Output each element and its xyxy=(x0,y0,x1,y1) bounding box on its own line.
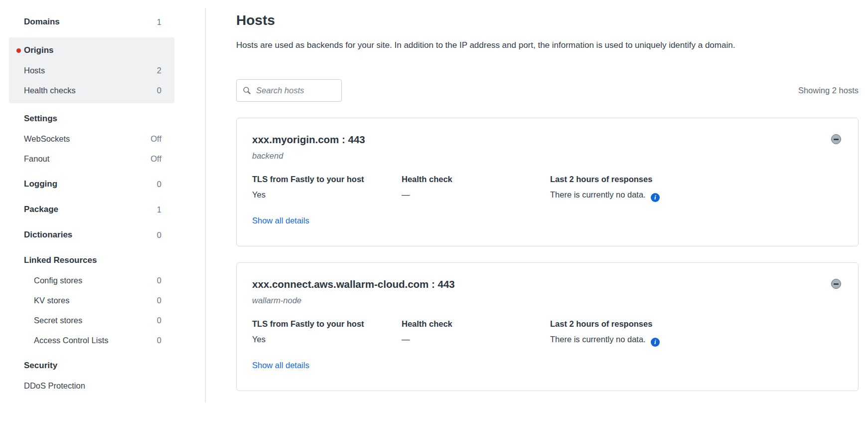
hosts-toolbar: Showing 2 hosts xyxy=(236,79,859,102)
sidebar-item-count: 2 xyxy=(157,66,161,75)
sidebar-item-label: Dictionaries xyxy=(24,230,157,240)
sidebar-item-label: Package xyxy=(24,205,157,214)
host-detail-columns: TLS from Fastly to your host Yes Health … xyxy=(252,174,843,202)
responses-column: Last 2 hours of responses There is curre… xyxy=(550,174,843,202)
sidebar-heading-linked-resources: Linked Resources xyxy=(9,250,174,270)
showing-hosts-count: Showing 2 hosts xyxy=(798,86,859,95)
tls-value: Yes xyxy=(252,190,402,200)
sidebar-item-label: Secret stores xyxy=(34,316,157,325)
sidebar-item-label: Domains xyxy=(24,17,157,27)
tls-value: Yes xyxy=(252,334,402,345)
responses-value: There is currently no data. xyxy=(550,190,843,202)
sidebar-item-label: WebSockets xyxy=(24,134,150,144)
sidebar-item-count: 0 xyxy=(157,296,161,305)
host-detail-columns: TLS from Fastly to your host Yes Health … xyxy=(252,319,843,347)
host-name: wallarm-node xyxy=(252,295,843,306)
tls-column: TLS from Fastly to your host Yes xyxy=(252,174,402,202)
sidebar-item-count: 1 xyxy=(157,205,161,214)
responses-label: Last 2 hours of responses xyxy=(550,319,843,329)
sidebar-active-group-origins: Origins Hosts 2 Health checks 0 xyxy=(9,37,174,103)
sidebar-item-count: 0 xyxy=(157,316,161,325)
sidebar-item-hosts[interactable]: Hosts 2 xyxy=(9,60,174,80)
active-page-dot-icon xyxy=(16,48,21,53)
sidebar-item-label: Fanout xyxy=(24,154,150,164)
sidebar-item-package[interactable]: Package 1 xyxy=(9,200,174,219)
show-all-details-link[interactable]: Show all details xyxy=(252,361,309,370)
sidebar-item-label: DDoS Protection xyxy=(24,381,161,391)
sidebar-item-count: 0 xyxy=(157,336,161,345)
service-configuration-page: Domains 1 Origins Hosts 2 Health checks … xyxy=(0,0,868,423)
sidebar-item-kv-stores[interactable]: KV stores 0 xyxy=(9,290,174,310)
sidebar-item-access-control-lists[interactable]: Access Control Lists 0 xyxy=(9,330,174,350)
tls-label: TLS from Fastly to your host xyxy=(252,174,402,185)
host-address: xxx.connect.aws.wallarm-cloud.com : 443 xyxy=(252,278,843,291)
sidebar-divider xyxy=(205,8,206,402)
health-check-column: Health check — xyxy=(402,174,550,202)
tls-label: TLS from Fastly to your host xyxy=(252,319,402,329)
health-check-column: Health check — xyxy=(402,319,550,347)
sidebar-item-label: Health checks xyxy=(24,86,157,95)
page-title: Hosts xyxy=(236,12,859,29)
sidebar-heading-security: Security xyxy=(9,356,174,376)
health-check-label: Health check xyxy=(402,319,550,329)
sidebar-item-label: Config stores xyxy=(34,276,157,285)
collapse-host-button[interactable] xyxy=(831,279,841,289)
sidebar-item-count: 1 xyxy=(157,17,161,27)
health-check-label: Health check xyxy=(402,174,550,185)
sidebar-item-count: 0 xyxy=(157,86,161,95)
sidebar-item-label: Linked Resources xyxy=(24,255,161,265)
sidebar: Domains 1 Origins Hosts 2 Health checks … xyxy=(0,0,205,423)
health-check-value: — xyxy=(402,190,550,200)
sidebar-heading-settings: Settings xyxy=(9,109,174,129)
sidebar-item-fanout[interactable]: Fanout Off xyxy=(9,149,174,169)
hosts-panel: Hosts Hosts are used as backends for you… xyxy=(236,0,859,391)
sidebar-item-label: KV stores xyxy=(34,296,157,305)
minus-icon xyxy=(834,139,839,140)
page-description: Hosts are used as backends for your site… xyxy=(236,38,762,52)
responses-label: Last 2 hours of responses xyxy=(550,174,843,185)
responses-text: There is currently no data. xyxy=(550,335,646,344)
sidebar-item-ddos-protection[interactable]: DDoS Protection xyxy=(9,376,174,396)
tls-column: TLS from Fastly to your host Yes xyxy=(252,319,402,347)
search-hosts-input[interactable] xyxy=(256,86,335,95)
sidebar-item-count: 0 xyxy=(157,230,161,240)
sidebar-item-health-checks[interactable]: Health checks 0 xyxy=(9,80,174,100)
sidebar-item-count: 0 xyxy=(157,180,161,189)
sidebar-item-label: Settings xyxy=(24,114,161,124)
sidebar-item-count: 0 xyxy=(157,276,161,285)
sidebar-item-label: Access Control Lists xyxy=(34,336,157,345)
minus-icon xyxy=(834,283,839,285)
search-box xyxy=(236,79,342,102)
sidebar-item-label: Security xyxy=(24,361,161,371)
sidebar-item-dictionaries[interactable]: Dictionaries 0 xyxy=(9,225,174,245)
responses-text: There is currently no data. xyxy=(550,190,646,199)
sidebar-item-logging[interactable]: Logging 0 xyxy=(9,174,174,194)
sidebar-item-label: Hosts xyxy=(24,66,157,75)
sidebar-item-domains[interactable]: Domains 1 xyxy=(9,12,174,32)
health-check-value: — xyxy=(402,334,550,345)
info-icon[interactable] xyxy=(651,193,660,202)
host-card-list: xxx.myorigin.com : 443 backend TLS from … xyxy=(236,118,859,391)
responses-column: Last 2 hours of responses There is curre… xyxy=(550,319,843,347)
sidebar-item-websockets[interactable]: WebSockets Off xyxy=(9,129,174,149)
info-icon[interactable] xyxy=(651,338,660,347)
sidebar-item-count: Off xyxy=(150,154,161,164)
sidebar-item-origins[interactable]: Origins xyxy=(9,40,174,60)
sidebar-item-count: Off xyxy=(150,134,161,144)
host-card: xxx.connect.aws.wallarm-cloud.com : 443 … xyxy=(236,262,859,391)
host-name: backend xyxy=(252,150,843,161)
sidebar-item-label: Origins xyxy=(24,45,161,55)
sidebar-item-config-stores[interactable]: Config stores 0 xyxy=(9,270,174,290)
show-all-details-link[interactable]: Show all details xyxy=(252,216,309,225)
host-address: xxx.myorigin.com : 443 xyxy=(252,133,843,146)
responses-value: There is currently no data. xyxy=(550,334,843,347)
host-card: xxx.myorigin.com : 443 backend TLS from … xyxy=(236,118,859,246)
search-icon xyxy=(243,86,251,95)
sidebar-item-label: Logging xyxy=(24,179,157,189)
collapse-host-button[interactable] xyxy=(831,134,841,144)
sidebar-item-secret-stores[interactable]: Secret stores 0 xyxy=(9,310,174,330)
